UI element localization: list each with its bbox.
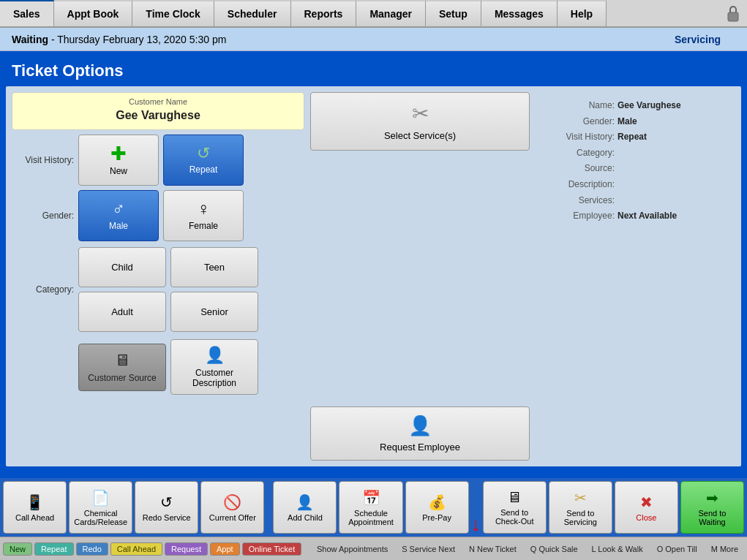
- shortcut-redo[interactable]: Redo: [76, 542, 108, 556]
- customer-name-value: Gee Varughese: [20, 109, 296, 122]
- call-ahead-label: Call Ahead: [15, 513, 54, 522]
- tab-reports[interactable]: Reports: [291, 0, 357, 26]
- send-waiting-btn[interactable]: ➡ Send to Waiting: [680, 481, 744, 534]
- shortcut-online-ticket[interactable]: Online Ticket: [242, 542, 302, 556]
- top-nav-bar: Sales Appt Book Time Clock Scheduler Rep…: [0, 0, 747, 28]
- red-arrow-indicator: ↓: [471, 481, 481, 534]
- waiting-label: Waiting - Thursday February 13, 2020 5:3…: [12, 34, 226, 45]
- tab-help[interactable]: Help: [558, 0, 607, 26]
- redo-service-label: Redo Service: [143, 513, 191, 522]
- customer-source-label: Customer Source: [88, 373, 156, 383]
- tab-scheduler[interactable]: Scheduler: [214, 0, 291, 26]
- select-services-btn[interactable]: ✂ Select Service(s): [310, 92, 530, 151]
- category-adult-btn[interactable]: Adult: [78, 292, 166, 332]
- status-bar: Waiting - Thursday February 13, 2020 5:3…: [0, 28, 747, 51]
- gender-label: Gender:: [12, 211, 74, 221]
- tab-manager[interactable]: Manager: [356, 0, 426, 26]
- customer-description-btn[interactable]: 👤 Customer Description: [170, 339, 258, 395]
- visit-new-btn[interactable]: ✚ New: [78, 135, 159, 186]
- redo-service-btn[interactable]: ↺ Redo Service: [135, 481, 198, 534]
- current-offer-label: Current Offer: [209, 513, 256, 522]
- info-category: Category:: [541, 145, 729, 162]
- redo-service-icon: ↺: [160, 493, 173, 511]
- shortcut-new-ticket[interactable]: N New Ticket: [463, 543, 522, 555]
- servicing-label: Servicing: [675, 34, 721, 45]
- info-gender-value: Male: [618, 114, 637, 130]
- pre-pay-btn[interactable]: 💰 Pre-Pay: [405, 481, 469, 534]
- category-child-btn[interactable]: Child: [78, 247, 166, 287]
- repeat-icon: ↺: [197, 145, 210, 162]
- info-visit-history: Visit History: Repeat: [541, 129, 729, 145]
- shortcut-service-next[interactable]: S Service Next: [396, 543, 461, 555]
- send-checkout-icon: 🖥: [507, 489, 522, 506]
- content-grid: Customer Name Gee Varughese Visit Histor…: [6, 86, 741, 466]
- visit-history-row: Visit History: ✚ New ↺ Repeat: [12, 135, 304, 186]
- current-offer-icon: 🚫: [223, 493, 241, 511]
- shortcut-quick-sale[interactable]: Q Quick Sale: [525, 543, 584, 555]
- info-source: Source:: [541, 161, 729, 177]
- shortcut-appt[interactable]: Appt: [210, 542, 240, 556]
- add-child-btn[interactable]: 👤 Add Child: [273, 481, 337, 534]
- shortcut-open-till[interactable]: O Open Till: [651, 543, 703, 555]
- chemical-cards-btn[interactable]: 📄 Chemical Cards/Release: [69, 481, 132, 534]
- employee-icon: 👤: [408, 415, 432, 437]
- category-senior-btn[interactable]: Senior: [170, 292, 258, 332]
- tab-appt-book[interactable]: Appt Book: [54, 0, 133, 26]
- send-servicing-icon: ✂: [574, 489, 587, 507]
- pre-pay-label: Pre-Pay: [422, 513, 451, 522]
- info-name-value: Gee Varughese: [618, 98, 681, 114]
- close-label: Close: [636, 513, 656, 522]
- info-employee-label: Employee:: [541, 208, 615, 224]
- schedule-appointment-btn[interactable]: 📅 Schedule Appointment: [339, 481, 402, 534]
- svg-rect-0: [728, 12, 738, 21]
- customer-description-label: Customer Description: [176, 368, 253, 388]
- category-label: Category:: [12, 284, 74, 295]
- tab-setup[interactable]: Setup: [426, 0, 481, 26]
- chemical-cards-icon: 📄: [91, 489, 110, 507]
- send-checkout-btn[interactable]: 🖥 Send to Check-Out: [483, 481, 547, 534]
- gender-male-btn[interactable]: ♂ Male: [78, 190, 159, 241]
- info-gender-label: Gender:: [541, 114, 615, 130]
- select-services-label: Select Service(s): [384, 130, 456, 141]
- category-btns: Child Teen Adult Senior: [78, 247, 283, 332]
- gender-female-btn[interactable]: ♀ Female: [163, 190, 244, 241]
- source-desc-row: 🖥 Customer Source 👤 Customer Description: [12, 339, 304, 395]
- shortcut-call-ahead[interactable]: Call Ahead: [110, 542, 162, 556]
- tab-time-clock[interactable]: Time Clock: [132, 0, 214, 26]
- send-checkout-label: Send to Check-Out: [488, 508, 541, 526]
- tab-sales[interactable]: Sales: [0, 0, 54, 26]
- send-waiting-icon: ➡: [706, 489, 718, 507]
- info-gender: Gender: Male: [541, 114, 729, 130]
- source-icon: 🖥: [114, 351, 130, 370]
- shortcut-show-appointments[interactable]: Show Appointments: [311, 543, 394, 555]
- request-employee-btn[interactable]: 👤 Request Employee: [310, 406, 530, 461]
- info-description: Description:: [541, 177, 729, 193]
- visit-repeat-btn[interactable]: ↺ Repeat: [163, 135, 244, 186]
- visit-history-label: Visit History:: [12, 155, 74, 165]
- send-servicing-btn[interactable]: ✂ Send to Servicing: [549, 481, 612, 534]
- shortcut-new[interactable]: New: [3, 542, 32, 556]
- info-visit-label: Visit History:: [541, 129, 615, 145]
- add-child-icon: 👤: [296, 493, 314, 511]
- shortcut-bar: New Repeat Redo Call Ahead Request Appt …: [0, 537, 747, 560]
- ticket-options-panel: Ticket Options Customer Name Gee Varughe…: [6, 57, 741, 466]
- ticket-options-title: Ticket Options: [6, 57, 741, 86]
- customer-source-btn[interactable]: 🖥 Customer Source: [78, 344, 166, 391]
- shortcut-repeat[interactable]: Repeat: [34, 542, 73, 556]
- tab-messages[interactable]: Messages: [481, 0, 558, 26]
- customer-name-box: Customer Name Gee Varughese: [12, 92, 304, 130]
- male-icon: ♂: [112, 200, 125, 218]
- close-btn[interactable]: ✖ Close: [615, 481, 678, 534]
- current-offer-btn[interactable]: 🚫 Current Offer: [200, 481, 264, 534]
- visit-history-btns: ✚ New ↺ Repeat: [78, 135, 244, 186]
- category-teen-btn[interactable]: Teen: [170, 247, 258, 287]
- call-ahead-btn[interactable]: 📱 Call Ahead: [3, 481, 67, 534]
- visit-repeat-label: Repeat: [189, 164, 218, 175]
- gender-row: Gender: ♂ Male ♀ Female: [12, 190, 304, 241]
- shortcut-look-walk[interactable]: L Look & Walk: [586, 543, 649, 555]
- shortcut-more[interactable]: M More: [705, 543, 744, 555]
- shortcut-request[interactable]: Request: [165, 542, 208, 556]
- category-row: Category: Child Teen Adult Senior: [12, 247, 304, 332]
- bottom-action-bar: 📱 Call Ahead 📄 Chemical Cards/Release ↺ …: [0, 478, 747, 537]
- left-column: Customer Name Gee Varughese Visit Histor…: [12, 92, 304, 461]
